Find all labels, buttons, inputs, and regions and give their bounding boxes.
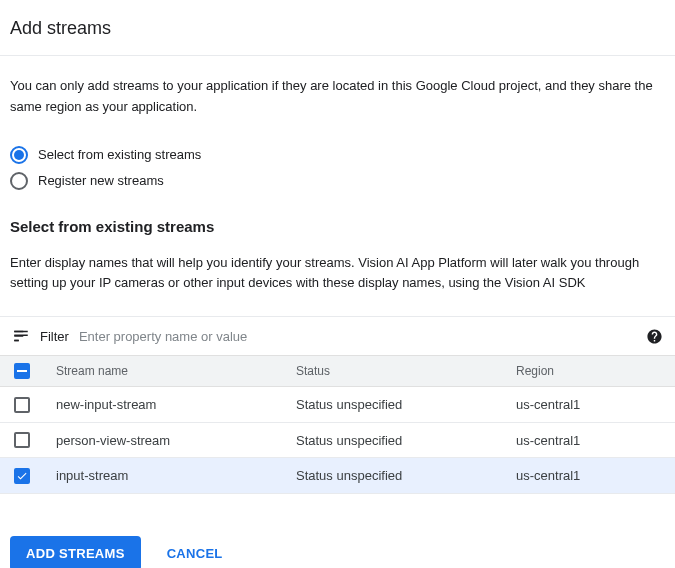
dialog-header: Add streams xyxy=(0,0,675,56)
radio-label-existing: Select from existing streams xyxy=(38,147,201,162)
filter-icon xyxy=(12,327,30,345)
radio-select-existing[interactable]: Select from existing streams xyxy=(10,142,665,168)
table-header-row: Stream name Status Region xyxy=(0,356,675,387)
cell-region: us-central1 xyxy=(504,458,675,494)
cell-region: us-central1 xyxy=(504,422,675,458)
help-icon[interactable] xyxy=(645,327,663,345)
cell-stream-name: new-input-stream xyxy=(44,387,284,423)
radio-register-new[interactable]: Register new streams xyxy=(10,168,665,194)
row-checkbox[interactable] xyxy=(14,468,30,484)
streams-table-wrapper: Filter Stream name Status Region new-inp… xyxy=(0,316,675,514)
row-checkbox[interactable] xyxy=(14,432,30,448)
filter-label: Filter xyxy=(40,329,69,344)
table-row[interactable]: input-stream Status unspecified us-centr… xyxy=(0,458,675,494)
dialog-actions: ADD STREAMS CANCEL xyxy=(0,514,675,568)
dialog-title: Add streams xyxy=(10,18,665,39)
select-all-checkbox[interactable] xyxy=(14,363,30,379)
stream-source-radio-group: Select from existing streams Register ne… xyxy=(10,142,665,194)
dialog-body: You can only add streams to your applica… xyxy=(0,56,675,294)
radio-selected-icon xyxy=(10,146,28,164)
column-header-region[interactable]: Region xyxy=(504,356,675,387)
radio-unselected-icon xyxy=(10,172,28,190)
table-row[interactable]: person-view-stream Status unspecified us… xyxy=(0,422,675,458)
column-header-name[interactable]: Stream name xyxy=(44,356,284,387)
radio-label-register: Register new streams xyxy=(38,173,164,188)
cancel-button[interactable]: CANCEL xyxy=(167,546,223,561)
row-checkbox[interactable] xyxy=(14,397,30,413)
cell-stream-name: input-stream xyxy=(44,458,284,494)
cell-status: Status unspecified xyxy=(284,422,504,458)
cell-stream-name: person-view-stream xyxy=(44,422,284,458)
cell-status: Status unspecified xyxy=(284,458,504,494)
column-header-status[interactable]: Status xyxy=(284,356,504,387)
filter-bar: Filter xyxy=(0,316,675,355)
section-description: Enter display names that will help you i… xyxy=(10,253,665,295)
intro-text: You can only add streams to your applica… xyxy=(10,76,665,118)
filter-input[interactable] xyxy=(79,329,635,344)
cell-status: Status unspecified xyxy=(284,387,504,423)
section-title: Select from existing streams xyxy=(10,218,665,235)
streams-table: Stream name Status Region new-input-stre… xyxy=(0,355,675,494)
add-streams-button[interactable]: ADD STREAMS xyxy=(10,536,141,568)
table-row[interactable]: new-input-stream Status unspecified us-c… xyxy=(0,387,675,423)
cell-region: us-central1 xyxy=(504,387,675,423)
